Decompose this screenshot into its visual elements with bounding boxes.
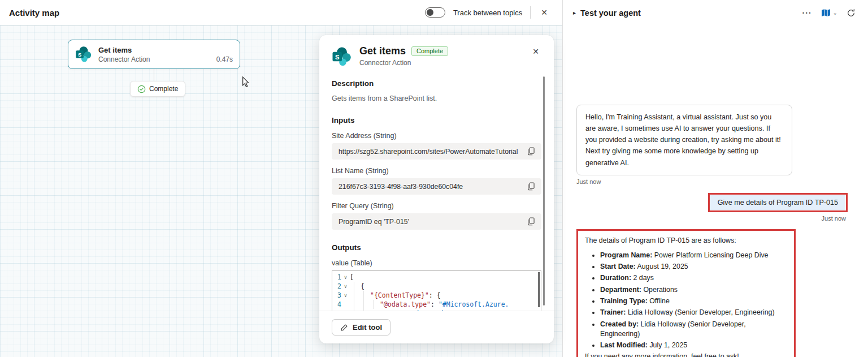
description-heading: Description — [332, 79, 541, 88]
indent-guide — [373, 300, 380, 309]
chevron-down-icon: ⌄ — [833, 10, 837, 16]
line-number: 2 — [332, 282, 341, 291]
copy-icon[interactable] — [526, 181, 536, 192]
list-item: Department: Operations — [600, 285, 787, 295]
check-circle-icon — [137, 85, 146, 93]
field-value: 216f67c3-3193-4f98-aaf3-930de60c04fe — [338, 183, 522, 191]
chat-message-list[interactable]: Hello, I'm Training Assistant, a virtual… — [563, 25, 868, 357]
node-title: Get items — [98, 46, 150, 54]
fold-spacer — [341, 300, 350, 309]
sharepoint-icon: S — [332, 46, 352, 67]
bot-response-message: The details of Program ID TP-015 are as … — [576, 229, 796, 357]
list-item: Start Date: August 19, 2025 — [600, 262, 787, 272]
more-options-icon[interactable]: ··· — [800, 7, 814, 19]
list-item: Training Type: Offline — [600, 296, 787, 306]
page-title: Activity map — [9, 8, 59, 18]
code-token: : — [431, 300, 439, 309]
expand-arrow-icon[interactable]: ▸ — [573, 10, 576, 16]
close-icon[interactable]: ✕ — [530, 45, 541, 58]
status-badge: Complete — [411, 46, 448, 56]
description-text: Gets items from a SharePoint list. — [332, 94, 541, 102]
field-value: https://szg52.sharepoint.com/sites/Power… — [338, 148, 522, 156]
tool-details-panel: S Get items Complete Connector Action ✕ … — [319, 35, 554, 343]
refresh-icon[interactable] — [844, 6, 858, 20]
track-between-topics-toggle[interactable] — [425, 7, 445, 18]
message-timestamp: Just now — [576, 215, 846, 222]
outputs-heading: Outputs — [332, 243, 541, 252]
map-icon — [821, 8, 831, 17]
node-subtitle: Connector Action — [98, 55, 150, 63]
indent-guide — [354, 309, 361, 311]
flow-canvas[interactable]: S Get items Connector Action 0.47s Compl… — [0, 25, 562, 357]
field-label: Filter Query (String) — [332, 202, 541, 210]
activity-map-toggle-button[interactable]: ⌄ — [821, 8, 837, 17]
activity-map-header: Activity map Track between topics ✕ — [0, 0, 562, 25]
code-token: "{ContentType}" — [370, 291, 429, 300]
code-token: Connectors.SharePoint. — [370, 309, 456, 311]
chat-title: Test your agent — [580, 8, 641, 18]
inputs-heading: Inputs — [332, 116, 541, 124]
code-token: "@odata.type" — [380, 300, 431, 309]
complete-status-badge[interactable]: Complete — [130, 81, 185, 97]
chat-header: ▸ Test your agent ··· ⌄ — [563, 0, 868, 25]
line-number — [332, 309, 341, 311]
indent-guide — [363, 300, 370, 309]
code-token: : { — [429, 291, 441, 300]
activity-map-panel: Activity map Track between topics ✕ S Ge… — [0, 0, 563, 357]
response-outro: If you need any more information, feel f… — [585, 352, 787, 357]
response-details-list: Program Name: Power Platform Licensing D… — [585, 251, 787, 350]
list-item: Program Name: Power Platform Licensing D… — [600, 251, 787, 260]
copy-icon[interactable] — [526, 216, 536, 227]
outputs-label: value (Table) — [332, 259, 541, 267]
app: Activity map Track between topics ✕ S Ge… — [0, 0, 868, 357]
line-number: 3 — [332, 291, 341, 300]
filter-query-field: ProgramID eq 'TP-015' — [332, 213, 541, 230]
svg-text:S: S — [78, 52, 81, 58]
code-scrollbar[interactable] — [538, 272, 540, 307]
edit-tool-label: Edit tool — [353, 323, 382, 332]
list-item: Trainer: Lidia Holloway (Senior Develope… — [600, 308, 787, 317]
toggle-label: Track between topics — [453, 8, 522, 17]
field-label: List Name (String) — [332, 167, 541, 175]
indent-guide — [354, 282, 361, 291]
code-token: { — [361, 282, 364, 291]
fold-chevron-icon[interactable]: ∨ — [341, 273, 350, 282]
mouse-cursor — [242, 76, 250, 88]
connector-line — [154, 69, 154, 81]
field-value: ProgramID eq 'TP-015' — [338, 218, 522, 226]
code-token: "#Microsoft.Azure. — [439, 300, 509, 309]
test-agent-panel: ▸ Test your agent ··· ⌄ He — [563, 0, 868, 357]
line-number: 4 — [332, 300, 341, 309]
toggle-knob — [427, 9, 433, 16]
indent-guide — [363, 291, 370, 300]
indent-guide — [363, 309, 370, 311]
list-item: Last Modified: July 1, 2025 — [600, 341, 787, 350]
status-badge-label: Complete — [149, 85, 178, 93]
indent-guide — [354, 300, 361, 309]
bot-greeting-message: Hello, I'm Training Assistant, a virtual… — [576, 105, 792, 175]
annotation-highlight-box: Give me details of Program ID TP-015 — [708, 193, 848, 212]
fold-chevron-icon[interactable]: ∨ — [341, 291, 350, 300]
line-number: 1 — [332, 273, 341, 282]
close-icon[interactable]: ✕ — [539, 6, 550, 19]
pencil-icon — [340, 324, 348, 332]
sharepoint-icon: S — [75, 46, 92, 63]
fold-chevron-icon[interactable]: ∨ — [341, 282, 350, 291]
site-address-field: https://szg52.sharepoint.com/sites/Power… — [332, 143, 541, 160]
panel-title: Get items — [359, 45, 406, 57]
copy-icon[interactable] — [526, 146, 536, 157]
node-duration: 0.47s — [216, 55, 233, 63]
edit-tool-button[interactable]: Edit tool — [332, 319, 390, 336]
panel-subtitle: Connector Action — [359, 59, 448, 67]
panel-scrollbar[interactable] — [543, 76, 545, 306]
json-code-editor[interactable]: 1 ∨ [ 2 ∨ { 3 ∨ — [332, 270, 541, 311]
message-timestamp: Just now — [576, 178, 848, 185]
list-name-field: 216f67c3-3193-4f98-aaf3-930de60c04fe — [332, 178, 541, 195]
list-item: Created by: Lidia Holloway (Senior Devel… — [600, 320, 787, 339]
get-items-node[interactable]: S Get items Connector Action 0.47s — [68, 40, 240, 69]
code-token: [ — [350, 273, 354, 282]
indent-guide — [354, 291, 361, 300]
divider — [530, 6, 531, 19]
field-label: Site Address (String) — [332, 132, 541, 140]
response-intro: The details of Program ID TP-015 are as … — [585, 236, 787, 246]
